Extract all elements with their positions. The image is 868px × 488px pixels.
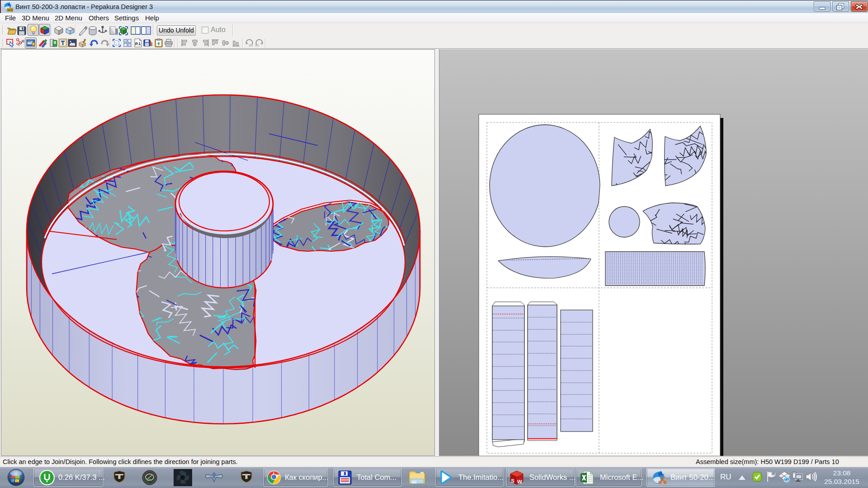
svg-text:90: 90 xyxy=(255,43,259,47)
svg-text:W: W xyxy=(517,479,522,484)
svg-text:S: S xyxy=(511,478,514,483)
svg-text:P.1: P.1 xyxy=(135,42,141,46)
svg-text:90: 90 xyxy=(249,43,253,47)
